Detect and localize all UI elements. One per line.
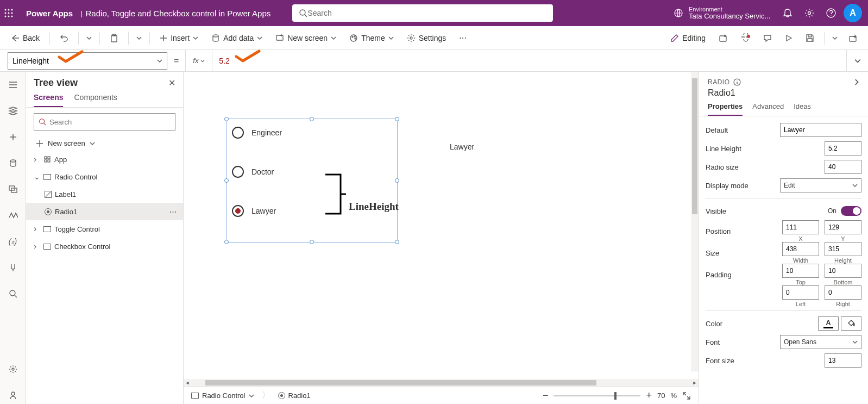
- more-icon[interactable]: ⋯: [169, 208, 177, 216]
- editing-button[interactable]: Editing: [665, 29, 711, 47]
- app-checker-button[interactable]: [735, 29, 756, 47]
- paste-button[interactable]: [104, 29, 124, 47]
- app-name[interactable]: Power Apps: [22, 9, 77, 18]
- rail-media-icon[interactable]: [4, 181, 22, 198]
- rail-hamburger-icon[interactable]: [4, 76, 22, 94]
- radio-option-engineer[interactable]: Engineer: [227, 125, 397, 141]
- prop-default-input[interactable]: [780, 123, 861, 137]
- back-button[interactable]: Back: [5, 29, 45, 47]
- scroll-left-icon[interactable]: ◄: [184, 379, 191, 387]
- fit-to-screen-button[interactable]: [682, 391, 691, 400]
- tree-item-checkbox-control[interactable]: Checkbox Control: [26, 238, 183, 255]
- rail-search-icon[interactable]: [4, 285, 22, 302]
- selection-handle[interactable]: [310, 117, 314, 121]
- rail-data-icon[interactable]: [4, 154, 22, 172]
- selection-handle[interactable]: [224, 117, 229, 121]
- rail-flows-icon[interactable]: [4, 207, 22, 224]
- zoom-slider[interactable]: [553, 395, 640, 396]
- environment-picker[interactable]: Environment Tata Consultancy Servic...: [668, 6, 777, 20]
- tab-components[interactable]: Components: [74, 93, 117, 107]
- prop-padding-right-input[interactable]: [825, 285, 861, 300]
- prop-lineheight-input[interactable]: [825, 141, 861, 156]
- new-screen-button[interactable]: New screen: [270, 29, 342, 47]
- theme-button[interactable]: Theme: [344, 29, 399, 47]
- tree-item-app[interactable]: App: [26, 151, 183, 168]
- prop-displaymode-select[interactable]: Edit: [780, 178, 861, 192]
- zoom-in-button[interactable]: +: [646, 390, 652, 401]
- prop-fontsize-input[interactable]: [825, 353, 861, 368]
- radio-control[interactable]: Engineer Doctor Lawyer LineHeight: [226, 119, 398, 243]
- selection-handle[interactable]: [224, 240, 229, 244]
- props-tab-properties[interactable]: Properties: [708, 102, 743, 116]
- props-tab-ideas[interactable]: Ideas: [794, 102, 811, 116]
- breadcrumb-screen[interactable]: Radio Control: [191, 391, 254, 400]
- prop-font-select[interactable]: Open Sans: [780, 335, 861, 349]
- tab-screens[interactable]: Screens: [34, 93, 63, 107]
- prop-font-color-button[interactable]: A: [818, 316, 839, 331]
- prop-width-input[interactable]: [782, 242, 819, 256]
- settings-icon[interactable]: [798, 0, 820, 26]
- prop-height-input[interactable]: [825, 242, 861, 256]
- radio-option-doctor[interactable]: Doctor: [227, 164, 397, 180]
- rail-tools-icon[interactable]: [4, 259, 22, 276]
- property-input[interactable]: [12, 57, 56, 65]
- settings-button[interactable]: Settings: [401, 29, 452, 47]
- scrollbar-thumb[interactable]: [692, 78, 697, 214]
- global-search[interactable]: [292, 4, 553, 22]
- notifications-icon[interactable]: [777, 0, 798, 26]
- user-avatar[interactable]: A: [842, 0, 864, 26]
- selection-handle[interactable]: [395, 240, 399, 244]
- selection-handle[interactable]: [310, 240, 314, 244]
- comments-button[interactable]: [758, 29, 777, 47]
- prop-padding-bottom-input[interactable]: [825, 264, 861, 278]
- tree-item-radio1[interactable]: Radio1 ⋯: [26, 203, 183, 220]
- scrollbar-thumb[interactable]: [205, 380, 596, 386]
- add-data-button[interactable]: Add data: [206, 29, 268, 47]
- scroll-right-icon[interactable]: ►: [691, 379, 699, 387]
- tree-item-label1[interactable]: Label1: [26, 185, 183, 203]
- help-icon[interactable]: [820, 0, 842, 26]
- prop-fill-color-button[interactable]: [841, 316, 861, 331]
- prop-padding-top-input[interactable]: [782, 264, 819, 278]
- rail-insert-icon[interactable]: [4, 128, 22, 146]
- tree-search-input[interactable]: [49, 118, 171, 126]
- preview-button[interactable]: [779, 29, 798, 47]
- rail-settings-icon[interactable]: [4, 361, 22, 378]
- save-button[interactable]: [800, 29, 820, 47]
- rail-tree-icon[interactable]: [4, 102, 22, 120]
- prop-position-x-input[interactable]: [782, 220, 819, 234]
- rail-variables-icon[interactable]: (𝑥): [4, 233, 22, 250]
- waffle-icon[interactable]: [4, 9, 22, 17]
- undo-dropdown[interactable]: [83, 29, 95, 47]
- save-dropdown[interactable]: [829, 29, 841, 47]
- expand-formula-button[interactable]: [846, 50, 868, 71]
- prop-radiosize-input[interactable]: [825, 160, 861, 174]
- share-button[interactable]: [713, 29, 733, 47]
- tree-item-radio-control[interactable]: Radio Control: [26, 168, 183, 185]
- fx-button[interactable]: fx: [185, 50, 212, 71]
- tree-search[interactable]: [34, 113, 175, 130]
- paste-dropdown[interactable]: [133, 29, 145, 47]
- prop-position-y-input[interactable]: [825, 220, 861, 234]
- more-button[interactable]: ⋯: [454, 29, 472, 47]
- new-screen-tree-button[interactable]: New screen: [26, 136, 183, 151]
- selection-handle[interactable]: [395, 117, 399, 121]
- formula-input[interactable]: 5.2: [212, 50, 846, 71]
- slider-thumb[interactable]: [614, 392, 617, 400]
- info-icon[interactable]: [733, 78, 741, 86]
- rail-virtual-agent-icon[interactable]: [4, 387, 22, 404]
- selection-handle[interactable]: [395, 178, 399, 183]
- close-tree-button[interactable]: ✕: [168, 78, 175, 88]
- undo-button[interactable]: [54, 29, 74, 47]
- property-selector[interactable]: [8, 52, 167, 70]
- search-input[interactable]: [307, 9, 546, 17]
- canvas-surface[interactable]: Engineer Doctor Lawyer LineHeight: [184, 72, 699, 379]
- prop-visible-toggle[interactable]: [841, 206, 861, 216]
- breadcrumb-control[interactable]: Radio1: [278, 391, 311, 400]
- zoom-out-button[interactable]: −: [543, 390, 549, 401]
- vertical-scrollbar[interactable]: [691, 72, 699, 371]
- selection-handle[interactable]: [224, 178, 229, 183]
- label-control[interactable]: Lawyer: [450, 142, 474, 151]
- collapse-props-button[interactable]: [853, 79, 859, 85]
- insert-button[interactable]: Insert: [154, 29, 204, 47]
